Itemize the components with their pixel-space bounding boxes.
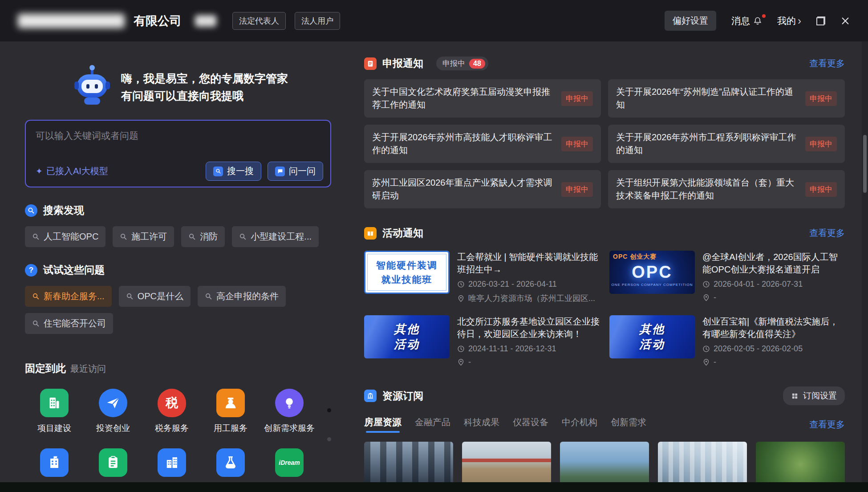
building-flag-icon <box>40 448 69 477</box>
redacted-text <box>195 15 216 27</box>
notice-card[interactable]: 关于开展2026年“苏州制造”品牌认证工作的通知 申报中 <box>608 79 845 118</box>
questions-title: 试试这些问题 <box>43 263 105 277</box>
window-restore-icon[interactable] <box>816 16 825 25</box>
discover-chip[interactable]: 施工许可 <box>113 226 174 247</box>
notice-card[interactable]: 关于开展2026年苏州市高技能人才职称评审工作的通知 申报中 <box>364 125 601 163</box>
clipboard-icon <box>99 448 127 477</box>
recent-visits-label[interactable]: 最近访问 <box>70 363 106 375</box>
status-badge: 申报中 <box>561 91 593 106</box>
worker-icon <box>216 389 245 417</box>
left-column: 嗨，我是易宝，您的专属数字管家 有问题可以直接向我提哦 ✦ 已接入AI大模型 搜… <box>25 57 337 482</box>
resources-header: 资源订阅 订阅设置 <box>364 386 845 405</box>
tab-housing[interactable]: 房屋资源 <box>364 416 402 433</box>
question-chips-row2: 住宅能否开公司 <box>25 313 337 334</box>
tab-innovation[interactable]: 创新需求 <box>611 416 646 433</box>
app-investment[interactable]: 投资创业 <box>84 389 142 434</box>
window-close-icon[interactable] <box>840 16 850 26</box>
flask-icon <box>216 448 245 477</box>
preferences-button[interactable]: 偏好设置 <box>665 11 716 31</box>
role-badges: 法定代表人 法人用户 <box>232 12 340 30</box>
pinned-header: 固定到此 最近访问 <box>25 362 337 375</box>
notices-more-link[interactable]: 查看更多 <box>809 57 845 69</box>
notice-grid: 关于中国文化艺术政府奖第五届动漫奖申报推荐工作的通知 申报中 关于开展2026年… <box>364 79 845 208</box>
activity-card[interactable]: 其他 活动 北交所江苏服务基地设立园区企业接待日，欢迎园区企业来访来询！ 202… <box>364 315 600 367</box>
question-icon: ? <box>25 264 37 276</box>
discover-chip[interactable]: 消防 <box>181 226 225 247</box>
notice-card[interactable]: 关于中国文化艺术政府奖第五届动漫奖申报推荐工作的通知 申报中 <box>364 79 601 118</box>
discover-title: 搜索发现 <box>43 203 84 217</box>
clock-icon <box>702 281 710 288</box>
question-chip[interactable]: 住宅能否开公司 <box>25 313 113 334</box>
clock-icon <box>457 345 465 353</box>
paper-plane-icon <box>99 389 127 417</box>
location-icon <box>457 358 465 366</box>
app-employment-service[interactable]: 用工服务 <box>201 389 260 434</box>
notification-dot <box>761 13 767 19</box>
carousel-dot[interactable] <box>327 408 331 412</box>
tab-tech[interactable]: 科技成果 <box>464 416 499 433</box>
chat-icon <box>275 167 285 176</box>
badge-legal-representative[interactable]: 法定代表人 <box>232 12 286 30</box>
sparkle-icon: ✦ <box>36 166 43 176</box>
bulb-icon <box>275 389 304 417</box>
activity-image: 智能硬件装调 就业技能班 <box>364 251 450 294</box>
activity-card[interactable]: OPC 创业大赛 OPC ONE PERSON COMPANY COMPETIT… <box>609 251 845 304</box>
status-badge: 申报中 <box>561 182 593 197</box>
carousel-dots[interactable] <box>327 408 331 441</box>
tab-agency[interactable]: 中介机构 <box>562 416 597 433</box>
search-button[interactable]: 搜一搜 <box>206 162 261 181</box>
resources-section: 资源订阅 订阅设置 房屋资源 金融产品 科技成果 仪器设备 中介机构 创新需求 … <box>364 386 845 492</box>
scrollbar-thumb[interactable] <box>863 135 867 193</box>
notices-filter-pill[interactable]: 申报中 48 <box>436 57 488 70</box>
tax-icon: 税 <box>158 389 186 417</box>
notice-card[interactable]: 关于组织开展第六批能源领域首台（套）重大技术装备申报工作的通知 申报中 <box>608 170 845 208</box>
scrollbar-track[interactable] <box>862 41 868 482</box>
subscription-settings-button[interactable]: 订阅设置 <box>783 386 845 405</box>
notice-card[interactable]: 关于开展2026年苏州市工程系列职称评审工作的通知 申报中 <box>608 125 845 163</box>
activities-title: 活动通知 <box>382 226 423 240</box>
tab-finance[interactable]: 金融产品 <box>415 416 450 433</box>
grid-icon <box>791 392 799 400</box>
chevron-right-icon: › <box>798 16 801 26</box>
app-tax-service[interactable]: 税 税务服务 <box>142 389 201 434</box>
messages-label: 消息 <box>731 15 750 27</box>
activity-card[interactable]: 智能硬件装调 就业技能班 工会帮就业 | 智能硬件装调就业技能班招生中→ 202… <box>364 251 600 304</box>
location-icon <box>457 295 465 302</box>
activities-more-link[interactable]: 查看更多 <box>809 227 845 239</box>
resources-more-link[interactable]: 查看更多 <box>809 419 845 431</box>
assistant-search-input[interactable] <box>36 130 306 141</box>
discover-chip[interactable]: 小型建设工程... <box>232 226 319 247</box>
tab-instruments[interactable]: 仪器设备 <box>513 416 548 433</box>
company-name-suffix: 有限公司 <box>134 13 182 29</box>
ai-model-label: ✦ 已接入AI大模型 <box>36 165 108 177</box>
status-badge: 申报中 <box>805 137 837 151</box>
assistant-greeting: 嗨，我是易宝，您的专属数字管家 有问题可以直接向我提哦 <box>73 68 337 106</box>
right-column: 申报通知 申报中 48 查看更多 关于中国文化艺术政府奖第五届动漫奖申报推荐工作… <box>364 57 845 482</box>
notices-count-badge: 48 <box>469 59 485 69</box>
discover-chip[interactable]: 人工智能OPC <box>25 226 105 247</box>
activity-card[interactable]: 其他 活动 创业百宝箱|《新增值税法实施后，有哪些新变化值得关注》 2026-0… <box>609 315 845 367</box>
greeting-line2: 有问题可以直接向我提哦 <box>121 87 288 105</box>
location-icon <box>702 358 710 366</box>
assistant-search-panel: ✦ 已接入AI大模型 搜一搜 问一问 <box>25 120 331 187</box>
app-project-construction[interactable]: 项目建设 <box>25 389 84 434</box>
carousel-dot[interactable] <box>327 437 331 441</box>
bank-icon <box>364 390 377 402</box>
activity-image: OPC 创业大赛 OPC ONE PERSON COMPANY COMPETIT… <box>609 251 695 294</box>
ask-button[interactable]: 问一问 <box>268 162 323 181</box>
main-content: 嗨，我是易宝，您的专属数字管家 有问题可以直接向我提哦 ✦ 已接入AI大模型 搜… <box>0 41 862 482</box>
my-account-button[interactable]: 我的 › <box>777 15 801 27</box>
status-badge: 申报中 <box>561 137 593 151</box>
badge-corporate-user[interactable]: 法人用户 <box>295 12 340 30</box>
question-chip[interactable]: OPC是什么 <box>119 286 191 307</box>
question-chip[interactable]: 高企申报的条件 <box>198 286 286 307</box>
question-chip-highlight[interactable]: 新春助企服务... <box>25 286 112 307</box>
messages-button[interactable]: 消息 <box>731 15 762 27</box>
top-bar: 有限公司 法定代表人 法人用户 偏好设置 消息 我的 › <box>0 0 868 41</box>
questions-header: ? 试试这些问题 <box>25 263 337 277</box>
activities-section: 活动通知 查看更多 智能硬件装调 就业技能班 工会帮就业 | 智能硬件装调就业技… <box>364 226 845 367</box>
notice-card[interactable]: 苏州工业园区2026年重点产业紧缺人才需求调研启动 申报中 <box>364 170 601 208</box>
greeting-text: 嗨，我是易宝，您的专属数字管家 有问题可以直接向我提哦 <box>121 70 288 105</box>
redacted-company-name <box>18 14 125 28</box>
app-innovation-demand[interactable]: 创新需求服务 <box>260 389 319 434</box>
